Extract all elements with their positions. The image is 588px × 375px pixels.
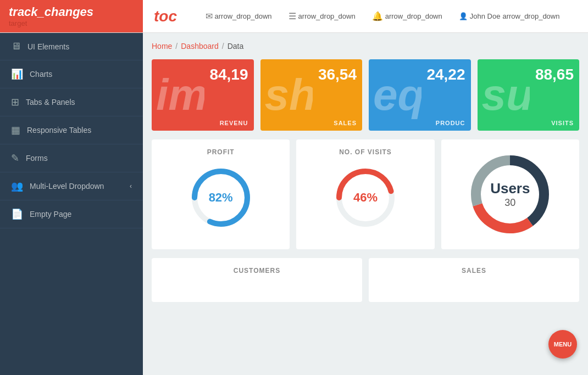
logo-subtitle: target — [9, 19, 93, 27]
donut-visits: NO. OF VISITS 46% — [296, 139, 434, 249]
monitor-icon: 🖥 — [11, 41, 21, 52]
logo-area: track_changes target — [0, 0, 143, 32]
customers-title: CUSTOMERS — [234, 267, 280, 275]
tabs-icon: ⊞ — [11, 96, 19, 108]
nav-user[interactable]: 👤 John Doe arrow_drop_down — [459, 12, 560, 20]
menu-icon: ☰ — [289, 11, 296, 21]
sidebar-item-ui-elements[interactable]: 🖥 UI Elements — [0, 33, 143, 60]
nav-bell-label: arrow_drop_down — [385, 12, 442, 20]
chart-icon: 📊 — [11, 68, 23, 80]
stat-card-visits-bg: sup — [478, 59, 530, 131]
breadcrumb-dashboard[interactable]: Dashboard — [181, 42, 219, 51]
sidebar-label-dropdown: Multi-Level Dropdown — [30, 182, 104, 191]
nav-mail-label: arrow_drop_down — [215, 12, 272, 20]
stat-card-sales-number: 36,54 — [318, 66, 357, 83]
sidebar-label-ui-elements: UI Elements — [27, 42, 69, 51]
user-dropdown-icon: arrow_drop_down — [502, 12, 559, 20]
users-label: Users 30 — [490, 180, 530, 209]
sidebar: 🖥 UI Elements 📊 Charts ⊞ Tabs & Panels ▦… — [0, 33, 143, 375]
donut-users-chart: Users 30 — [466, 150, 554, 238]
sales-title: SALES — [462, 267, 486, 275]
stat-card-revenue-bg: imp — [152, 59, 204, 131]
bottom-card-customers: CUSTOMERS — [152, 258, 362, 302]
users-count: 30 — [490, 197, 530, 209]
stat-card-visits-number: 88,65 — [535, 66, 574, 83]
donut-profit-chart: 82% — [188, 165, 254, 231]
sidebar-label-tables: Responsive Tables — [27, 126, 91, 135]
stat-card-revenue-label: REVENU — [220, 120, 248, 126]
bottom-row: CUSTOMERS SALES — [152, 258, 579, 302]
dropdown-icon: 👥 — [11, 180, 23, 192]
user-icon: 👤 — [459, 12, 468, 20]
sidebar-item-forms[interactable]: ✎ Forms — [0, 144, 143, 172]
nav-menu-label: arrow_drop_down — [298, 12, 356, 20]
stat-cards: imp 84,19 REVENU sho 36,54 SALES equ 24,… — [152, 59, 579, 131]
header-nav: ✉ arrow_drop_down ☰ arrow_drop_down 🔔 ar… — [188, 11, 588, 21]
main-content: Home / Dashboard / Data imp 84,19 REVENU… — [143, 33, 588, 375]
stat-card-products-bg: equ — [369, 59, 421, 131]
breadcrumb: Home / Dashboard / Data — [152, 42, 579, 51]
stat-card-revenue-number: 84,19 — [209, 66, 248, 83]
nav-menu[interactable]: ☰ arrow_drop_down — [289, 11, 356, 21]
breadcrumb-sep1: / — [175, 42, 177, 51]
breadcrumb-current: Data — [228, 42, 244, 51]
toc-brand: toc — [143, 8, 188, 25]
stat-card-products-number: 24,22 — [426, 66, 465, 83]
stat-card-sales: sho 36,54 SALES — [260, 59, 363, 131]
donut-visits-chart: 46% — [332, 165, 398, 231]
sidebar-item-tabs-panels[interactable]: ⊞ Tabs & Panels — [0, 88, 143, 116]
mail-icon: ✉ — [206, 11, 213, 21]
breadcrumb-home[interactable]: Home — [152, 42, 172, 51]
sidebar-item-empty-page[interactable]: 📄 Empty Page — [0, 200, 143, 228]
bell-icon: 🔔 — [372, 11, 383, 21]
logo-text: track_changes — [9, 5, 93, 19]
sidebar-item-multilevel-dropdown[interactable]: 👥 Multi-Level Dropdown ‹ — [0, 172, 143, 200]
stat-card-revenue: imp 84,19 REVENU — [152, 59, 254, 131]
sidebar-label-forms: Forms — [26, 154, 48, 163]
nav-mail[interactable]: ✉ arrow_drop_down — [206, 11, 272, 21]
forms-icon: ✎ — [11, 152, 19, 164]
donut-visits-title: NO. OF VISITS — [339, 148, 392, 156]
page-icon: 📄 — [11, 208, 23, 220]
sidebar-label-charts: Charts — [30, 70, 52, 79]
stat-card-products: equ 24,22 PRODUC — [369, 59, 471, 131]
user-name: John Doe — [470, 12, 501, 20]
stat-card-visits-label: VISITS — [551, 120, 574, 126]
donut-row: PROFIT 82% NO. OF VISITS 46% — [152, 139, 579, 249]
donut-profit-value: 82% — [209, 191, 233, 205]
sidebar-label-tabs: Tabs & Panels — [26, 98, 75, 107]
stat-card-products-label: PRODUC — [436, 120, 465, 126]
chevron-left-icon: ‹ — [130, 182, 132, 190]
menu-fab-label: MENU — [554, 341, 572, 348]
donut-users: Users 30 — [441, 139, 579, 249]
table-icon: ▦ — [11, 124, 20, 136]
menu-fab-button[interactable]: MENU — [548, 330, 577, 359]
sidebar-item-responsive-tables[interactable]: ▦ Responsive Tables — [0, 116, 143, 144]
sidebar-item-charts[interactable]: 📊 Charts — [0, 60, 143, 88]
bottom-card-sales: SALES — [369, 258, 579, 302]
nav-bell[interactable]: 🔔 arrow_drop_down — [372, 11, 442, 21]
donut-visits-value: 46% — [353, 191, 378, 205]
stat-card-sales-bg: sho — [260, 59, 313, 131]
breadcrumb-sep2: / — [222, 42, 224, 51]
donut-profit: PROFIT 82% — [152, 139, 290, 249]
header: track_changes target toc ✉ arrow_drop_do… — [0, 0, 588, 33]
donut-profit-title: PROFIT — [207, 148, 235, 156]
sidebar-label-empty-page: Empty Page — [30, 210, 71, 219]
stat-card-visits: sup 88,65 VISITS — [478, 59, 580, 131]
stat-card-sales-label: SALES — [334, 120, 357, 126]
users-title: Users — [490, 180, 530, 197]
